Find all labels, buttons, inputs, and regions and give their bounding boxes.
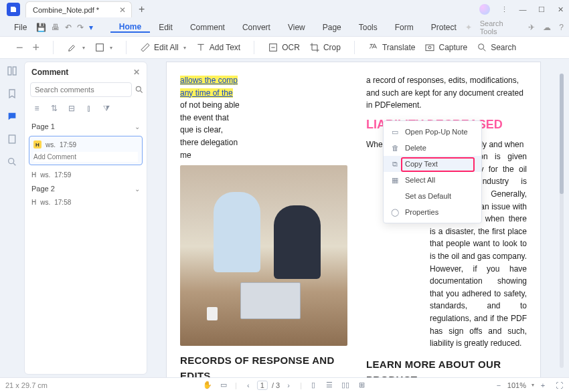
svg-rect-0: [96, 44, 104, 52]
tab-close-icon[interactable]: ✕: [119, 5, 126, 15]
filter-sort-icon[interactable]: ⇅: [49, 104, 60, 113]
comment-search-icon[interactable]: [135, 82, 144, 97]
more-quickaccess-icon[interactable]: ▾: [89, 23, 93, 32]
comment-user: ws.: [46, 141, 56, 149]
minimize-button[interactable]: —: [518, 5, 527, 14]
menu-form[interactable]: Form: [386, 23, 422, 32]
document-tab[interactable]: Combine_Note.pdf * ✕: [25, 1, 132, 17]
menu-home[interactable]: Home: [110, 22, 150, 33]
ctx-select-all[interactable]: ▦Select All: [384, 172, 481, 188]
doc-highlight-link: allows the comp: [180, 76, 238, 85]
view-continuous-icon[interactable]: ☰: [325, 381, 334, 390]
scrollbar-thumb[interactable]: [560, 74, 564, 194]
thumbnails-rail-icon[interactable]: [5, 64, 19, 78]
hand-tool-icon[interactable]: ✋: [203, 381, 212, 390]
note-icon: ▭: [390, 127, 400, 136]
print-icon[interactable]: 🖶: [52, 23, 60, 32]
close-window-button[interactable]: ✕: [556, 5, 565, 14]
zoom-in-status[interactable]: +: [538, 381, 548, 390]
kebab-menu-icon[interactable]: ⋮: [499, 5, 509, 14]
menu-file[interactable]: File: [5, 23, 33, 32]
view-single-icon[interactable]: ▯: [309, 381, 318, 390]
ctx-delete[interactable]: 🗑Delete: [384, 140, 481, 156]
maximize-button[interactable]: ☐: [537, 5, 546, 14]
translate-button[interactable]: Translate: [365, 41, 418, 54]
app-icon: [7, 3, 20, 16]
new-tab-button[interactable]: +: [139, 3, 145, 15]
next-page-icon[interactable]: ›: [284, 381, 293, 390]
menu-view[interactable]: View: [279, 23, 314, 32]
svg-point-9: [136, 86, 141, 91]
comment-time: 17:59: [54, 171, 71, 179]
select-tool-icon[interactable]: ▭: [219, 381, 228, 390]
search-rail-icon[interactable]: [5, 155, 19, 169]
undo-icon[interactable]: ↶: [65, 23, 72, 32]
menu-comment[interactable]: Comment: [181, 23, 234, 32]
filter-settings-icon[interactable]: ⫿: [84, 104, 94, 113]
comment-panel-close[interactable]: ✕: [133, 68, 140, 77]
filter-list-icon[interactable]: ≡: [31, 104, 42, 113]
chevron-down-icon: ⌄: [135, 185, 140, 193]
view-two-continuous-icon[interactable]: ⊞: [357, 381, 366, 390]
menu-edit[interactable]: Edit: [150, 23, 181, 32]
search-button[interactable]: Search: [474, 41, 519, 54]
doc-text: a record of responses, edits, modificati…: [366, 74, 527, 112]
ctx-label: Open Pop-Up Note: [405, 128, 468, 136]
vertical-scrollbar[interactable]: [560, 74, 564, 368]
capture-button[interactable]: Capture: [422, 41, 470, 54]
cloud-icon[interactable]: ☁: [543, 23, 551, 32]
prev-page-icon[interactable]: ‹: [244, 381, 253, 390]
crop-label: Crop: [323, 43, 341, 52]
comment-item[interactable]: Hws.17:59: [29, 169, 143, 181]
filter-collapse-icon[interactable]: ⊟: [66, 104, 77, 113]
add-text-label: Add Text: [210, 43, 240, 52]
comment-card-selected[interactable]: Hws.17:59: [29, 136, 143, 165]
help-icon[interactable]: ?: [559, 23, 564, 32]
ctx-copy-text[interactable]: ⧉Copy Text: [384, 156, 481, 172]
crop-button[interactable]: Crop: [307, 41, 343, 54]
save-icon[interactable]: 💾: [36, 23, 46, 32]
comments-rail-icon[interactable]: [5, 110, 19, 123]
account-avatar[interactable]: [479, 4, 490, 15]
redo-icon[interactable]: ↷: [77, 23, 84, 32]
bookmarks-rail-icon[interactable]: [5, 87, 19, 100]
document-viewport[interactable]: allows the comp any time of the of not b…: [147, 59, 569, 377]
zoom-out-status[interactable]: −: [494, 381, 503, 390]
attachments-rail-icon[interactable]: [5, 132, 19, 146]
search-tools-icon: ✦: [465, 23, 472, 32]
add-comment-input[interactable]: [33, 152, 138, 162]
status-bar: 21 x 29.7 cm ✋ ▭ | ‹ 1 / 3 › | ▯ ☰ ▯▯ ⊞ …: [0, 377, 569, 392]
default-icon: [390, 191, 400, 201]
ctx-properties[interactable]: ◯Properties: [384, 204, 481, 220]
menu-convert[interactable]: Convert: [234, 23, 279, 32]
ctx-label: Delete: [405, 144, 426, 152]
zoom-out-button[interactable]: −: [13, 39, 26, 56]
shape-tool[interactable]: ▾: [92, 41, 115, 54]
ctx-open-popup-note[interactable]: ▭Open Pop-Up Note: [384, 124, 481, 140]
comment-page-2-header[interactable]: Page 2⌄: [29, 181, 143, 197]
zoom-level[interactable]: 101%: [507, 381, 526, 389]
highlight-tool[interactable]: ▾: [64, 41, 88, 54]
ocr-button[interactable]: OCR: [265, 41, 303, 54]
comment-item[interactable]: Hws.17:58: [29, 197, 143, 208]
filter-funnel-icon[interactable]: ⧩: [101, 104, 112, 113]
fit-page-icon[interactable]: ⛶: [554, 381, 564, 390]
edit-all-button[interactable]: Edit All▾: [137, 41, 189, 54]
svg-rect-5: [8, 67, 11, 75]
comment-time: 17:58: [54, 199, 71, 206]
menu-protect[interactable]: Protect: [422, 23, 465, 32]
menu-page[interactable]: Page: [314, 23, 350, 32]
view-two-page-icon[interactable]: ▯▯: [341, 381, 350, 390]
send-icon[interactable]: ✈: [528, 23, 535, 32]
comment-page-1-header[interactable]: Page 1⌄: [29, 118, 143, 134]
doc-highlight-link: any time of the: [180, 88, 233, 98]
comment-search-input[interactable]: [30, 82, 132, 97]
add-text-button[interactable]: Add Text: [193, 41, 243, 54]
ctx-set-default[interactable]: Set as Default: [384, 188, 481, 204]
search-tools[interactable]: Search Tools: [480, 19, 521, 35]
translate-label: Translate: [382, 43, 416, 52]
learn-heading: LEARN MORE ABOUT OUR PRODUCT: [366, 357, 527, 377]
zoom-in-button[interactable]: +: [30, 39, 43, 56]
page-current[interactable]: 1: [257, 381, 268, 390]
menu-tools[interactable]: Tools: [350, 23, 386, 32]
